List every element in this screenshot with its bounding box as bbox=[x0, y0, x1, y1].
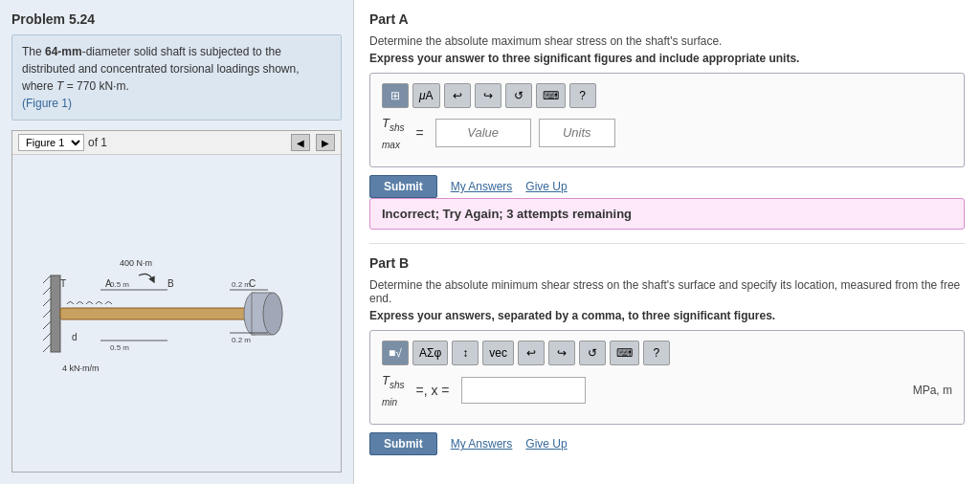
figure-header: Figure 1 of 1 ◀ ▶ bbox=[12, 131, 341, 155]
problem-title: Problem 5.24 bbox=[11, 11, 342, 27]
partA-keyboard-btn[interactable]: ⌨ bbox=[536, 83, 566, 108]
description-text: The 64-mm-diameter solid shaft is subjec… bbox=[22, 45, 300, 93]
partB-var-label: Tshsmin bbox=[382, 373, 405, 407]
figure-next-btn[interactable]: ▶ bbox=[316, 134, 335, 151]
partB-undo-btn[interactable]: ↩ bbox=[518, 341, 545, 365]
partA-give-up-btn[interactable]: Give Up bbox=[525, 180, 567, 193]
svg-line-7 bbox=[43, 344, 51, 352]
partB-my-answers-btn[interactable]: My Answers bbox=[451, 437, 513, 451]
partB-sigma-btn[interactable]: ΑΣφ bbox=[412, 341, 448, 365]
figure-prev-btn[interactable]: ◀ bbox=[291, 134, 310, 151]
partB-action-row: Submit My Answers Give Up bbox=[369, 432, 965, 455]
partA-feedback: Incorrect; Try Again; 3 attempts remaini… bbox=[369, 198, 965, 230]
partB-vec-btn[interactable]: vec bbox=[482, 341, 514, 365]
dim1-label: 0.2 m bbox=[232, 280, 251, 289]
left-panel: Problem 5.24 The 64-mm-diameter solid sh… bbox=[0, 0, 354, 484]
partA-help-btn[interactable]: ? bbox=[569, 83, 596, 108]
partB-redo-btn[interactable]: ↪ bbox=[548, 341, 575, 365]
svg-line-5 bbox=[43, 321, 51, 329]
svg-point-11 bbox=[263, 293, 282, 335]
partA-answer-box: ⊞ μA ↩ ↪ ↺ ⌨ ? Tshsmax = bbox=[369, 73, 965, 167]
partB-toolbar: ■√ ΑΣφ ↕ vec ↩ ↪ ↺ ⌨ ? bbox=[382, 341, 952, 365]
figure-container: Figure 1 of 1 ◀ ▶ bbox=[11, 130, 342, 473]
partB-unit-label: MPa, m bbox=[913, 384, 952, 397]
partA-reset-btn[interactable]: ↺ bbox=[505, 83, 532, 108]
partB-input-row: Tshsmin =, x = MPa, m bbox=[382, 373, 952, 407]
point-d-label: d bbox=[72, 332, 78, 342]
right-panel: Part A Determine the absolute maximum sh… bbox=[354, 0, 980, 484]
svg-line-3 bbox=[43, 298, 51, 306]
figure-select[interactable]: Figure 1 bbox=[18, 134, 84, 151]
partB-updown-btn[interactable]: ↕ bbox=[452, 341, 479, 365]
partB-value-input[interactable] bbox=[461, 377, 586, 404]
partA-value-input[interactable] bbox=[435, 119, 531, 147]
svg-rect-0 bbox=[51, 275, 60, 352]
partB-give-up-btn[interactable]: Give Up bbox=[525, 437, 567, 451]
svg-rect-8 bbox=[60, 308, 252, 319]
partB-help-btn[interactable]: ? bbox=[643, 341, 670, 365]
force2-label: 4 kN·m/m bbox=[62, 363, 100, 373]
svg-line-6 bbox=[43, 333, 51, 341]
partB-instruction: Determine the absolute minimum shear str… bbox=[369, 278, 965, 305]
partB-subinstruction: Express your answers, separated by a com… bbox=[369, 309, 965, 322]
partA-toolbar: ⊞ μA ↩ ↪ ↺ ⌨ ? bbox=[382, 83, 952, 108]
part-divider bbox=[369, 243, 965, 244]
dim3-label: 0.5 m bbox=[110, 280, 129, 289]
figure-link[interactable]: (Figure 1) bbox=[22, 97, 72, 110]
partA-submit-btn[interactable]: Submit bbox=[369, 175, 437, 198]
partA-action-row: Submit My Answers Give Up bbox=[369, 175, 965, 198]
figure-image: T A B C d 400 N·m 4 kN·m/m 0.2 m 0.2 m bbox=[12, 155, 341, 472]
shaft-diagram: T A B C d 400 N·m 4 kN·m/m 0.2 m 0.2 m bbox=[43, 237, 311, 390]
svg-line-2 bbox=[43, 287, 51, 295]
point-t-label: T bbox=[60, 278, 66, 289]
partA-subinstruction: Express your answer to three significant… bbox=[369, 52, 965, 65]
figure-of-label: of 1 bbox=[88, 136, 107, 149]
partB-answer-box: ■√ ΑΣφ ↕ vec ↩ ↪ ↺ ⌨ ? Tshsmin =, x = MP… bbox=[369, 330, 965, 425]
problem-description: The 64-mm-diameter solid shaft is subjec… bbox=[11, 34, 342, 121]
partA-instruction: Determine the absolute maximum shear str… bbox=[369, 34, 965, 48]
dim2-label: 0.2 m bbox=[232, 336, 251, 344]
partA-grid-btn[interactable]: ⊞ bbox=[382, 83, 409, 108]
force1-label: 400 N·m bbox=[120, 258, 152, 268]
partA-redo-btn[interactable]: ↪ bbox=[475, 83, 501, 108]
partA-title: Part A bbox=[369, 11, 965, 27]
point-b-label: B bbox=[167, 278, 174, 289]
partA-var-label: Tshsmax bbox=[382, 116, 405, 149]
svg-line-1 bbox=[43, 275, 51, 283]
svg-line-4 bbox=[43, 310, 51, 318]
dim4-label: 0.5 m bbox=[110, 343, 129, 352]
partA-input-row: Tshsmax = bbox=[382, 116, 952, 149]
partB-sqrt-btn[interactable]: ■√ bbox=[382, 341, 409, 365]
partA-undo-btn[interactable]: ↩ bbox=[444, 83, 471, 108]
partA-my-answers-btn[interactable]: My Answers bbox=[451, 180, 513, 193]
partB-submit-btn[interactable]: Submit bbox=[369, 432, 437, 455]
partA-mu-btn[interactable]: μA bbox=[412, 83, 440, 108]
partA-units-input[interactable] bbox=[539, 119, 615, 147]
partB-keyboard-btn[interactable]: ⌨ bbox=[610, 341, 639, 365]
partB-title: Part B bbox=[369, 255, 965, 271]
partB-reset-btn[interactable]: ↺ bbox=[579, 341, 606, 365]
